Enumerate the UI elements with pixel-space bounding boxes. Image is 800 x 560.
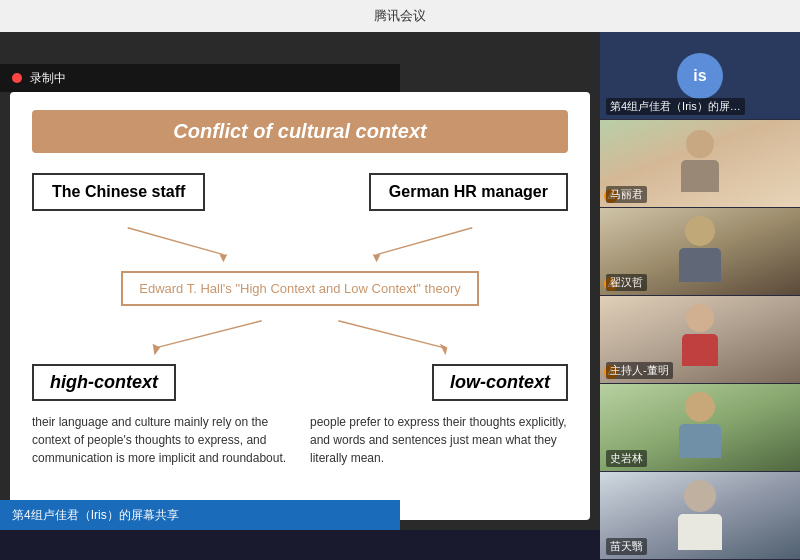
share-bar-text: 第4组卢佳君（Iris）的屏幕共享 — [12, 507, 179, 524]
high-context-box: high-context — [32, 364, 176, 401]
slide-content: Conflict of cultural context The Chinese… — [10, 92, 590, 520]
participant-tile-4[interactable]: ⚠ 主持人-董明 — [600, 296, 800, 384]
svg-line-6 — [338, 321, 443, 348]
title-bar-text: 腾讯会议 — [374, 7, 426, 25]
svg-marker-7 — [440, 344, 448, 355]
participant-tile-2[interactable]: ⚠ 马丽君 — [600, 120, 800, 208]
participant-name-2: 马丽君 — [606, 186, 647, 203]
participant-tile-5[interactable]: 史岩林 — [600, 384, 800, 472]
participant-name-5: 史岩林 — [606, 450, 647, 467]
recording-dot — [12, 73, 22, 83]
recording-bar: 录制中 — [0, 64, 400, 92]
participant-name-6: 苗天翳 — [606, 538, 647, 555]
participant-tile-6[interactable]: 苗天翳 — [600, 472, 800, 560]
desc-columns: their language and culture mainly rely o… — [32, 413, 568, 467]
right-desc: people prefer to express their thoughts … — [310, 413, 568, 467]
participant-name-4: 主持人-董明 — [606, 362, 673, 379]
slide-title: Conflict of cultural context — [32, 110, 568, 153]
participant-name-1: 第4组卢佳君（Iris）的屏… — [606, 98, 745, 115]
low-context-box: low-context — [432, 364, 568, 401]
theory-section: Edward T. Hall's "High Context and Low C… — [32, 271, 568, 306]
participant-tile-3[interactable]: ⚠ 翟汉哲 — [600, 208, 800, 296]
title-bar: 腾讯会议 — [0, 0, 800, 32]
share-bar: 第4组卢佳君（Iris）的屏幕共享 — [0, 500, 400, 530]
participant-name-3: 翟汉哲 — [606, 274, 647, 291]
arrows-to-theory — [32, 225, 568, 265]
svg-marker-1 — [220, 255, 228, 263]
theory-box: Edward T. Hall's "High Context and Low C… — [121, 271, 478, 306]
german-hr-box: German HR manager — [369, 173, 568, 211]
avatar-is: is — [677, 53, 723, 99]
svg-line-2 — [377, 228, 473, 255]
context-row: high-context low-context — [32, 364, 568, 401]
svg-line-0 — [128, 228, 224, 255]
main-area: 录制中 Conflict of cultural context The Chi… — [0, 32, 600, 530]
svg-line-4 — [156, 321, 261, 348]
svg-marker-5 — [153, 344, 161, 355]
slide-top-row: The Chinese staff German HR manager — [32, 173, 568, 211]
left-desc: their language and culture mainly rely o… — [32, 413, 290, 467]
chinese-staff-box: The Chinese staff — [32, 173, 205, 211]
participant-tile-1[interactable]: is 第4组卢佳君（Iris）的屏… — [600, 32, 800, 120]
arrows-from-theory — [32, 318, 568, 358]
slide-area: Conflict of cultural context The Chinese… — [10, 92, 590, 520]
sidebar: is 第4组卢佳君（Iris）的屏… ⚠ 马丽君 ⚠ 翟汉哲 ⚠ — [600, 32, 800, 560]
recording-text: 录制中 — [30, 70, 66, 87]
svg-marker-3 — [373, 255, 381, 263]
